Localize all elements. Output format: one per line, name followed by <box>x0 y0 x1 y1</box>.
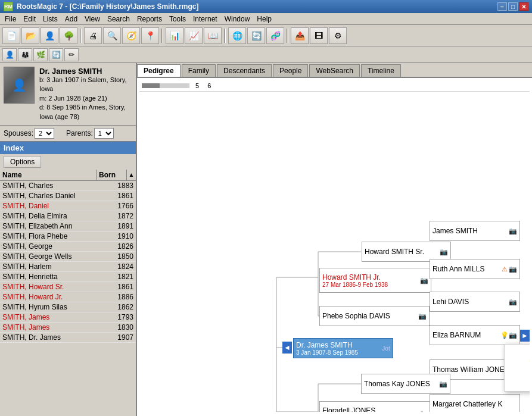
jot-icon: Jot <box>382 344 390 352</box>
index-row[interactable]: SMITH, Harlem 1824 <box>0 262 136 272</box>
index-row[interactable]: SMITH, Hyrum Silas 1862 <box>0 302 136 312</box>
nav-left-arrow[interactable]: ◄ <box>282 342 292 354</box>
person-box-james-smith-main[interactable]: Dr. James SMITH 3 Jan 1907-8 Sep 1985 Jo… <box>293 338 393 358</box>
pedigree-scroll-thumb <box>142 83 160 88</box>
toolbar2-edit[interactable]: ✏ <box>64 48 79 61</box>
person-box-content: Eliza BARNUM <box>433 331 500 339</box>
toolbar-export[interactable]: 📤 <box>291 27 309 44</box>
person-info: 👤 Dr. James SMITH b: 3 Jan 1907 in Salem… <box>0 63 136 126</box>
person-box-floradell-jones[interactable]: Floradell JONES 4 Dec 1888-14 Nov 1955 📷 <box>319 401 431 412</box>
toolbar2-person[interactable]: 👤 <box>2 48 17 61</box>
index-born: 1826 <box>106 242 136 251</box>
toolbar-map[interactable]: 📍 <box>141 27 159 44</box>
menu-add[interactable]: Add <box>61 14 81 24</box>
toolbar-backup[interactable]: 👤 <box>41 27 58 44</box>
toolbar-web[interactable]: 🌐 <box>228 27 246 44</box>
parents-dropdown[interactable]: 1 <box>94 128 114 139</box>
index-row[interactable]: SMITH, Howard Sr. 1861 <box>0 282 136 292</box>
pedigree-scrollbar[interactable] <box>142 83 189 88</box>
scroll-up[interactable]: ▲ <box>126 170 136 180</box>
index-name: SMITH, George Wells <box>0 252 106 261</box>
camera-icon: 📷 <box>420 276 428 284</box>
index-row[interactable]: SMITH, James 1793 <box>0 312 136 323</box>
person-box-eliza-barnum[interactable]: Eliza BARNUM 💡 📷 <box>430 325 520 345</box>
person-box-thomas-kay-jones[interactable]: Thomas Kay JONES 📷 <box>361 374 450 394</box>
options-button[interactable]: Options <box>4 156 41 168</box>
index-name: SMITH, Harlem <box>0 262 106 271</box>
spouses-dropdown[interactable]: 2 <box>35 128 54 139</box>
toolbar-new[interactable]: 📄 <box>2 27 20 44</box>
toolbar-dna[interactable]: 🧬 <box>266 27 284 44</box>
index-row[interactable]: SMITH, Delia Elmira 1872 <box>0 211 136 221</box>
minimize-button[interactable]: − <box>497 2 507 11</box>
person-box-phebe-davis[interactable]: Phebe Sophia DAVIS 📷 <box>319 306 430 326</box>
close-button[interactable]: ✕ <box>519 2 528 11</box>
person-box-name: Phebe Sophia DAVIS <box>322 312 418 320</box>
person-box-howard-jr[interactable]: Howard SMITH Jr. 27 Mar 1886-9 Feb 1938 … <box>319 268 431 293</box>
separator3 <box>224 29 226 43</box>
menu-tools[interactable]: Tools <box>166 14 189 24</box>
toolbar-tree[interactable]: 🌳 <box>60 27 77 44</box>
tab-pedigree[interactable]: Pedigree <box>137 64 181 77</box>
index-row[interactable]: SMITH, Elizabeth Ann 1891 <box>0 221 136 232</box>
menu-lists[interactable]: Lists <box>39 14 61 24</box>
person-death: d: 8 Sep 1985 in Ames, Story, Iowa (age … <box>39 103 132 121</box>
toolbar2-refresh[interactable]: 🔄 <box>49 48 63 61</box>
index-name: SMITH, Elizabeth Ann <box>0 221 106 231</box>
menu-window[interactable]: Window <box>221 14 254 24</box>
toolbar-sync[interactable]: 🔄 <box>247 27 265 44</box>
toolbar2-family[interactable]: 👨‍👩‍👧 <box>18 48 32 61</box>
index-name: SMITH, Henrietta <box>0 272 106 281</box>
person-box-ruth-mills[interactable]: Ruth Ann MILLS ⚠ 📷 <box>430 259 520 279</box>
index-row[interactable]: SMITH, Charles Daniel 1861 <box>0 191 136 201</box>
toolbar-chart[interactable]: 📈 <box>185 27 203 44</box>
index-row[interactable]: SMITH, James 1830 <box>0 323 136 333</box>
menu-view[interactable]: View <box>81 14 104 24</box>
tab-descendants[interactable]: Descendants <box>217 64 272 77</box>
index-section: Index Options Name Born ▲ SMITH, Charles… <box>0 142 136 416</box>
main-layout: 👤 Dr. James SMITH b: 3 Jan 1907 in Salem… <box>0 63 532 416</box>
menu-bar: File Edit Lists Add View Search Reports … <box>0 13 532 25</box>
tab-websearch[interactable]: WebSearch <box>309 64 359 77</box>
person-box-name: Lehi DAVIS <box>433 298 509 306</box>
person-marriage: m: 2 Jun 1928 (age 21) <box>39 94 132 103</box>
toolbar-report[interactable]: 📊 <box>166 27 183 44</box>
tab-timeline[interactable]: Timeline <box>361 64 401 77</box>
toolbar2-tree2[interactable]: 🌿 <box>33 48 48 61</box>
index-row[interactable]: SMITH, Henrietta 1821 <box>0 272 136 282</box>
toolbar-book[interactable]: 📖 <box>204 27 222 44</box>
person-box-margaret-k[interactable]: Margaret Chatterley K <box>430 394 520 412</box>
person-box-content: James SMITH <box>433 227 509 235</box>
toolbar-compass[interactable]: 🧭 <box>122 27 140 44</box>
index-row[interactable]: SMITH, Daniel 1766 <box>0 201 136 211</box>
menu-internet[interactable]: Internet <box>189 14 221 24</box>
menu-edit[interactable]: Edit <box>20 14 39 24</box>
index-row[interactable]: SMITH, Howard Jr. 1886 <box>0 292 136 302</box>
toolbar-settings[interactable]: ⚙ <box>329 27 347 44</box>
index-row[interactable]: SMITH, Dr. James 1907 <box>0 333 136 343</box>
index-name: SMITH, Howard Jr. <box>0 292 106 302</box>
toolbar-search[interactable]: 🔍 <box>103 27 121 44</box>
toolbar-media[interactable]: 🎞 <box>310 27 328 44</box>
index-born: 1872 <box>106 211 136 221</box>
menu-help[interactable]: Help <box>253 14 275 24</box>
index-row[interactable]: SMITH, Flora Phebe 1910 <box>0 232 136 242</box>
index-row[interactable]: SMITH, George Wells 1850 <box>0 252 136 262</box>
col-name: Name <box>0 170 97 180</box>
menu-reports[interactable]: Reports <box>133 14 166 24</box>
person-box-james-smith-anc[interactable]: James SMITH 📷 <box>430 221 520 241</box>
index-row[interactable]: SMITH, Charles 1883 <box>0 181 136 191</box>
nav-right-arrow[interactable]: ► <box>520 330 530 342</box>
menu-search[interactable]: Search <box>104 14 133 24</box>
person-box-lehi-davis[interactable]: Lehi DAVIS 📷 <box>430 292 520 312</box>
person-photo[interactable]: 👤 <box>4 67 35 104</box>
tab-family[interactable]: Family <box>182 64 216 77</box>
maximize-button[interactable]: □ <box>508 2 518 11</box>
index-row[interactable]: SMITH, George 1826 <box>0 242 136 252</box>
menu-file[interactable]: File <box>1 14 20 24</box>
tab-people[interactable]: People <box>273 64 308 77</box>
index-table: Name Born ▲ SMITH, Charles 1883 SMITH, C… <box>0 170 136 416</box>
toolbar-print[interactable]: 🖨 <box>84 27 102 44</box>
toolbar-open[interactable]: 📂 <box>21 27 39 44</box>
tabs: Pedigree Family Descendants People WebSe… <box>137 63 532 78</box>
